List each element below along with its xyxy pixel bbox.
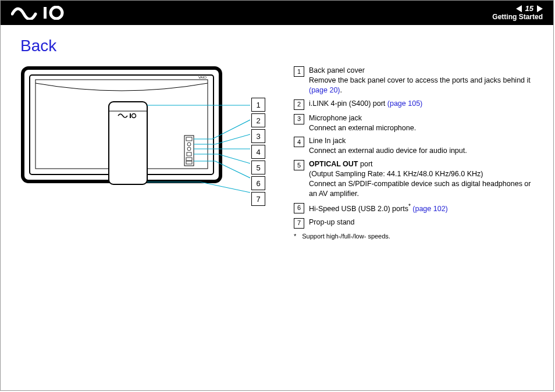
svg-rect-16 xyxy=(186,161,192,164)
desc-text: Connect an S/PDIF-compatible device such… xyxy=(309,180,531,198)
page-number: 15 xyxy=(525,5,533,13)
desc-num: 2 xyxy=(294,99,304,110)
desc-item-6: 6 Hi-Speed USB (USB 2.0) ports* (page 10… xyxy=(294,202,537,214)
desc-body: OPTICAL OUT port (Output Sampling Rate: … xyxy=(309,159,537,199)
page-link[interactable]: (page 20) xyxy=(309,86,340,94)
svg-rect-14 xyxy=(187,152,191,156)
callout-6: 6 xyxy=(251,176,265,190)
desc-num: 6 xyxy=(294,203,304,213)
callout-5: 5 xyxy=(251,161,265,174)
desc-body: Hi-Speed USB (USB 2.0) ports* (page 102) xyxy=(309,202,537,214)
svg-rect-8 xyxy=(130,113,131,118)
desc-body: Back panel cover Remove the back panel c… xyxy=(309,66,537,95)
page: 15 Getting Started Back VAIO xyxy=(0,0,554,391)
next-page-arrow-icon[interactable] xyxy=(537,5,543,12)
desc-item-5: 5 OPTICAL OUT port (Output Sampling Rate… xyxy=(294,159,537,199)
descriptions: 1 Back panel cover Remove the back panel… xyxy=(294,66,537,241)
callout-2: 2 xyxy=(251,113,265,127)
desc-num: 1 xyxy=(294,66,304,77)
desc-body: i.LINK 4-pin (S400) port (page 105) xyxy=(309,99,537,110)
desc-num: 4 xyxy=(294,137,304,147)
callout-4: 4 xyxy=(251,145,265,159)
desc-item-1: 1 Back panel cover Remove the back panel… xyxy=(294,66,537,95)
header-right: 15 Getting Started xyxy=(492,5,543,22)
svg-point-12 xyxy=(187,142,191,146)
desc-num: 3 xyxy=(294,114,304,124)
page-nav: 15 xyxy=(516,5,543,13)
desc-text: . xyxy=(340,86,342,94)
svg-point-1 xyxy=(51,7,62,19)
desc-text: port xyxy=(358,160,373,168)
desc-text: Line In jack xyxy=(309,137,346,145)
desc-text: Prop-up stand xyxy=(309,218,355,226)
diagram: VAIO xyxy=(20,66,282,241)
desc-body: Prop-up stand xyxy=(309,218,537,229)
svg-rect-0 xyxy=(44,7,47,19)
footnote: * Support high-/full-/low- speeds. xyxy=(294,232,537,241)
page-link[interactable]: (page 105) xyxy=(387,99,422,108)
footnote-star: * xyxy=(294,232,296,241)
callout-3: 3 xyxy=(251,129,265,143)
desc-body: Line In jack Connect an external audio d… xyxy=(309,136,537,156)
footnote-text: Support high-/full-/low- speeds. xyxy=(302,232,390,241)
svg-rect-15 xyxy=(186,158,192,161)
page-link[interactable]: (page 102) xyxy=(412,205,447,213)
desc-item-2: 2 i.LINK 4-pin (S400) port (page 105) xyxy=(294,99,537,110)
svg-text:VAIO: VAIO xyxy=(198,76,207,79)
section-label: Getting Started xyxy=(492,13,543,22)
prev-page-arrow-icon[interactable] xyxy=(516,5,522,12)
two-column: VAIO xyxy=(20,66,537,241)
callout-7: 7 xyxy=(251,192,265,206)
desc-body: Microphone jack Connect an external micr… xyxy=(309,113,537,133)
desc-text: (Output Sampling Rate: 44.1 KHz/48.0 KHz… xyxy=(309,170,483,178)
callout-1: 1 xyxy=(251,98,265,112)
svg-point-13 xyxy=(187,147,191,151)
page-title: Back xyxy=(20,37,537,55)
svg-rect-11 xyxy=(186,137,192,141)
desc-text: i.LINK 4-pin (S400) port xyxy=(309,99,387,108)
desc-num: 7 xyxy=(294,218,304,229)
desc-bold: OPTICAL OUT xyxy=(309,160,358,168)
desc-num: 5 xyxy=(294,160,304,170)
vaio-logo xyxy=(11,6,81,20)
header-bar: 15 Getting Started xyxy=(1,1,553,25)
desc-text: Remove the back panel cover to access th… xyxy=(309,76,531,84)
content: Back VAIO xyxy=(1,25,553,390)
desc-item-4: 4 Line In jack Connect an external audio… xyxy=(294,136,537,156)
desc-text: Back panel cover xyxy=(309,66,365,74)
desc-text: Hi-Speed USB (USB 2.0) ports xyxy=(309,205,408,213)
desc-item-3: 3 Microphone jack Connect an external mi… xyxy=(294,113,537,133)
desc-text: Microphone jack xyxy=(309,114,362,122)
desc-item-7: 7 Prop-up stand xyxy=(294,218,537,229)
desc-text: Connect an external audio device for aud… xyxy=(309,147,467,155)
svg-rect-6 xyxy=(109,102,147,184)
desc-text: Connect an external microphone. xyxy=(309,124,416,132)
callouts-column: 1 2 3 4 5 6 7 xyxy=(251,98,265,206)
